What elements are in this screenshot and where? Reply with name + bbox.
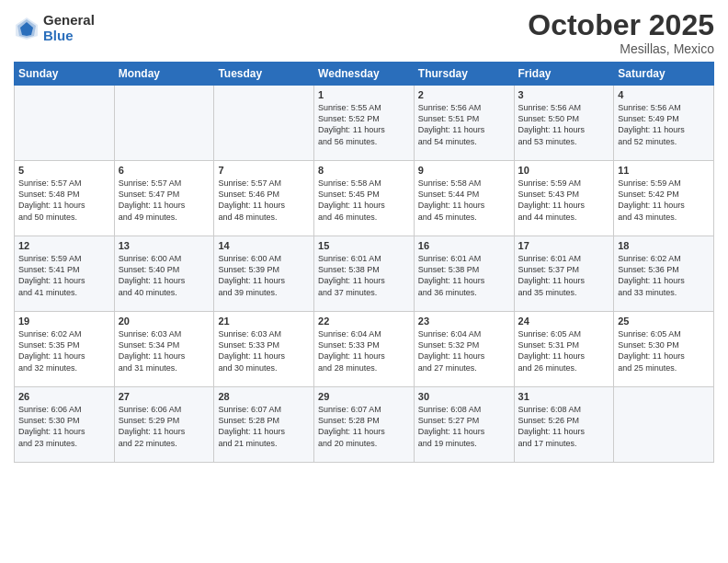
day-number: 4 (618, 89, 710, 100)
day-number: 28 (218, 391, 310, 402)
day-cell: 26Sunrise: 6:06 AM Sunset: 5:30 PM Dayli… (15, 387, 115, 463)
day-info: Sunrise: 5:56 AM Sunset: 5:50 PM Dayligh… (518, 103, 586, 145)
day-cell: 15Sunrise: 6:01 AM Sunset: 5:38 PM Dayli… (314, 236, 415, 312)
day-info: Sunrise: 6:00 AM Sunset: 5:40 PM Dayligh… (119, 254, 186, 296)
day-info: Sunrise: 5:56 AM Sunset: 5:51 PM Dayligh… (418, 103, 485, 145)
day-cell: 28Sunrise: 6:07 AM Sunset: 5:28 PM Dayli… (214, 387, 314, 463)
day-number: 3 (518, 89, 610, 100)
day-number: 15 (318, 240, 410, 251)
day-cell: 23Sunrise: 6:04 AM Sunset: 5:32 PM Dayli… (414, 312, 514, 387)
day-number: 12 (18, 240, 110, 251)
day-number: 13 (119, 240, 210, 251)
day-cell: 25Sunrise: 6:05 AM Sunset: 5:30 PM Dayli… (614, 312, 714, 387)
day-number: 27 (119, 391, 210, 402)
day-info: Sunrise: 6:04 AM Sunset: 5:32 PM Dayligh… (418, 329, 485, 372)
day-info: Sunrise: 6:08 AM Sunset: 5:27 PM Dayligh… (418, 405, 485, 447)
day-info: Sunrise: 6:02 AM Sunset: 5:35 PM Dayligh… (18, 329, 85, 372)
day-number: 19 (18, 316, 110, 327)
day-cell: 22Sunrise: 6:04 AM Sunset: 5:33 PM Dayli… (314, 312, 415, 387)
logo: General Blue (14, 13, 95, 43)
col-friday: Friday (514, 63, 614, 86)
day-info: Sunrise: 5:57 AM Sunset: 5:48 PM Dayligh… (18, 178, 85, 221)
day-info: Sunrise: 5:57 AM Sunset: 5:46 PM Dayligh… (218, 178, 285, 221)
day-cell: 4Sunrise: 5:56 AM Sunset: 5:49 PM Daylig… (614, 86, 714, 161)
col-sunday: Sunday (15, 63, 115, 86)
day-info: Sunrise: 6:07 AM Sunset: 5:28 PM Dayligh… (218, 405, 285, 447)
day-info: Sunrise: 6:01 AM Sunset: 5:38 PM Dayligh… (318, 254, 385, 296)
day-cell: 16Sunrise: 6:01 AM Sunset: 5:38 PM Dayli… (414, 236, 514, 312)
day-cell (114, 86, 214, 161)
day-info: Sunrise: 6:04 AM Sunset: 5:33 PM Dayligh… (318, 329, 385, 372)
day-info: Sunrise: 6:00 AM Sunset: 5:39 PM Dayligh… (218, 254, 285, 296)
week-row-2: 5Sunrise: 5:57 AM Sunset: 5:48 PM Daylig… (15, 161, 714, 236)
day-number: 17 (518, 240, 610, 251)
day-number: 20 (119, 316, 210, 327)
day-cell: 30Sunrise: 6:08 AM Sunset: 5:27 PM Dayli… (414, 387, 514, 463)
page-container: General Blue October 2025 Mesillas, Mexi… (0, 0, 728, 472)
day-number: 25 (618, 316, 710, 327)
day-info: Sunrise: 5:59 AM Sunset: 5:41 PM Dayligh… (18, 254, 85, 296)
day-number: 1 (318, 89, 410, 100)
day-info: Sunrise: 6:08 AM Sunset: 5:26 PM Dayligh… (518, 405, 586, 447)
day-number: 31 (518, 391, 610, 402)
month-title: October 2025 (528, 9, 714, 41)
day-cell: 31Sunrise: 6:08 AM Sunset: 5:26 PM Dayli… (514, 387, 614, 463)
day-cell: 11Sunrise: 5:59 AM Sunset: 5:42 PM Dayli… (614, 161, 714, 236)
day-number: 24 (518, 316, 610, 327)
day-cell: 5Sunrise: 5:57 AM Sunset: 5:48 PM Daylig… (15, 161, 115, 236)
day-cell: 27Sunrise: 6:06 AM Sunset: 5:29 PM Dayli… (114, 387, 214, 463)
day-info: Sunrise: 5:59 AM Sunset: 5:42 PM Dayligh… (618, 178, 685, 221)
day-cell: 6Sunrise: 5:57 AM Sunset: 5:47 PM Daylig… (114, 161, 214, 236)
day-info: Sunrise: 5:58 AM Sunset: 5:45 PM Dayligh… (318, 178, 385, 221)
day-cell: 2Sunrise: 5:56 AM Sunset: 5:51 PM Daylig… (414, 86, 514, 161)
day-info: Sunrise: 6:06 AM Sunset: 5:29 PM Dayligh… (119, 405, 186, 447)
day-number: 21 (218, 316, 310, 327)
logo-general: General (43, 13, 95, 29)
col-thursday: Thursday (414, 63, 514, 86)
logo-icon (14, 16, 40, 41)
day-cell: 12Sunrise: 5:59 AM Sunset: 5:41 PM Dayli… (15, 236, 115, 312)
day-number: 23 (418, 316, 510, 327)
day-info: Sunrise: 5:57 AM Sunset: 5:47 PM Dayligh… (119, 178, 186, 221)
week-row-5: 26Sunrise: 6:06 AM Sunset: 5:30 PM Dayli… (15, 387, 714, 463)
day-cell: 9Sunrise: 5:58 AM Sunset: 5:44 PM Daylig… (414, 161, 514, 236)
day-cell (614, 387, 714, 463)
day-cell: 8Sunrise: 5:58 AM Sunset: 5:45 PM Daylig… (314, 161, 415, 236)
day-info: Sunrise: 6:01 AM Sunset: 5:38 PM Dayligh… (418, 254, 485, 296)
col-wednesday: Wednesday (314, 63, 415, 86)
day-cell: 21Sunrise: 6:03 AM Sunset: 5:33 PM Dayli… (214, 312, 314, 387)
week-row-3: 12Sunrise: 5:59 AM Sunset: 5:41 PM Dayli… (15, 236, 714, 312)
day-cell: 18Sunrise: 6:02 AM Sunset: 5:36 PM Dayli… (614, 236, 714, 312)
day-info: Sunrise: 6:05 AM Sunset: 5:31 PM Dayligh… (518, 329, 586, 372)
day-info: Sunrise: 5:56 AM Sunset: 5:49 PM Dayligh… (618, 103, 685, 145)
day-number: 14 (218, 240, 310, 251)
day-number: 9 (418, 165, 510, 176)
day-info: Sunrise: 6:06 AM Sunset: 5:30 PM Dayligh… (18, 405, 85, 447)
col-saturday: Saturday (614, 63, 714, 86)
col-monday: Monday (114, 63, 214, 86)
day-info: Sunrise: 5:59 AM Sunset: 5:43 PM Dayligh… (518, 178, 586, 221)
day-number: 6 (119, 165, 210, 176)
day-cell: 13Sunrise: 6:00 AM Sunset: 5:40 PM Dayli… (114, 236, 214, 312)
day-number: 7 (218, 165, 310, 176)
day-cell: 17Sunrise: 6:01 AM Sunset: 5:37 PM Dayli… (514, 236, 614, 312)
location: Mesillas, Mexico (528, 41, 714, 56)
title-section: October 2025 Mesillas, Mexico (528, 9, 714, 56)
day-cell: 24Sunrise: 6:05 AM Sunset: 5:31 PM Dayli… (514, 312, 614, 387)
day-number: 11 (618, 165, 710, 176)
header: General Blue October 2025 Mesillas, Mexi… (14, 9, 714, 56)
day-cell (214, 86, 314, 161)
day-cell: 1Sunrise: 5:55 AM Sunset: 5:52 PM Daylig… (314, 86, 415, 161)
logo-blue: Blue (43, 29, 95, 44)
week-row-1: 1Sunrise: 5:55 AM Sunset: 5:52 PM Daylig… (15, 86, 714, 161)
day-number: 26 (18, 391, 110, 402)
day-cell: 10Sunrise: 5:59 AM Sunset: 5:43 PM Dayli… (514, 161, 614, 236)
day-number: 10 (518, 165, 610, 176)
day-number: 8 (318, 165, 410, 176)
day-info: Sunrise: 5:58 AM Sunset: 5:44 PM Dayligh… (418, 178, 485, 221)
day-cell: 7Sunrise: 5:57 AM Sunset: 5:46 PM Daylig… (214, 161, 314, 236)
day-info: Sunrise: 5:55 AM Sunset: 5:52 PM Dayligh… (318, 103, 385, 145)
day-number: 16 (418, 240, 510, 251)
logo-text: General Blue (43, 13, 95, 43)
header-row: Sunday Monday Tuesday Wednesday Thursday… (15, 63, 714, 86)
